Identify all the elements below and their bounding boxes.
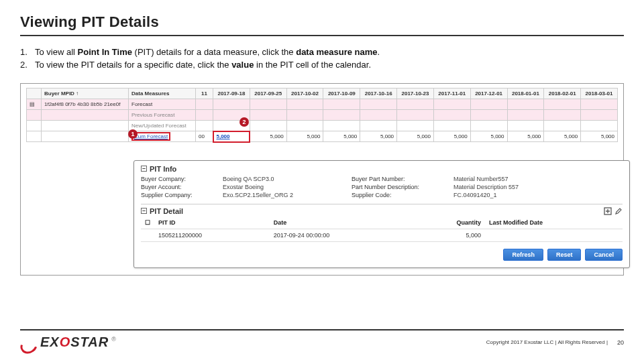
cum-val[interactable]: 5,000: [581, 131, 618, 142]
val-supplier-company: Exo.SCP2.1Seller_ORG 2: [223, 192, 343, 198]
collapse-icon[interactable]: –: [141, 208, 147, 214]
edit-icon[interactable]: [614, 207, 623, 215]
date-header[interactable]: 2017-12-01: [470, 88, 507, 99]
th-date[interactable]: Date: [270, 217, 413, 229]
val-buyer-account: Exostar Boeing: [223, 184, 343, 190]
logo-text-2: STAR: [70, 335, 109, 349]
t: .: [378, 47, 380, 57]
cum-val[interactable]: 5,000: [286, 131, 323, 142]
pit-info-panel: – PIT Info Buyer Company: Boeing QA SCP3…: [133, 160, 630, 268]
table-row[interactable]: 1505211200000 2017-09-24 00:00:00 5,000: [141, 229, 623, 241]
buyer-mpid-header[interactable]: Buyer MPID ↑: [42, 88, 129, 99]
t: (PIT) details for a data measure, click …: [132, 47, 296, 57]
pit-info-header[interactable]: – PIT Info: [141, 165, 623, 173]
registered-icon: ®: [111, 336, 116, 343]
cum-val[interactable]: 5,000: [323, 131, 360, 142]
logo-swoosh-icon: [20, 336, 38, 349]
date-header[interactable]: 2017-09-25: [250, 88, 286, 99]
export-icon[interactable]: [604, 207, 612, 215]
pit-detail-table: ☐ PIT ID Date Quantity Last Modified Dat…: [141, 217, 623, 242]
step-2-num: 2.: [20, 60, 35, 70]
mpid-cell[interactable]: 1f2af4f8 0f7b 4b30 8b5b 21ee0f: [42, 99, 129, 110]
logo-text-o: O: [60, 335, 71, 349]
logo-text-1: EX: [40, 335, 60, 349]
exostar-logo: EXOSTAR ®: [20, 335, 116, 350]
t: To view the PIT details for a specific d…: [35, 60, 231, 70]
date-header[interactable]: 2018-01-01: [507, 88, 544, 99]
measure-prev-forecast[interactable]: Previous Forecast: [129, 110, 196, 121]
step-1-text: To view all Point In Time (PIT) details …: [35, 47, 380, 57]
date-header[interactable]: 2017-11-01: [433, 88, 470, 99]
lbl-supplier-company: Supplier Company:: [141, 192, 215, 198]
lbl-part-desc: Part Number Description:: [352, 184, 445, 190]
cum-val[interactable]: 5,000: [250, 131, 286, 142]
data-measures-header[interactable]: Data Measures: [129, 88, 196, 99]
page-number: 20: [617, 339, 624, 346]
date-header[interactable]: 2017-10-02: [286, 88, 323, 99]
pit-id-cell: 1505211200000: [154, 229, 270, 241]
screenshot-frame: Buyer MPID ↑ Data Measures 11 2017-09-18…: [20, 83, 624, 276]
instructions: 1. To view all Point In Time (PIT) detai…: [20, 47, 624, 70]
cancel-button[interactable]: Cancel: [585, 249, 623, 261]
t: To view all: [35, 47, 78, 57]
date-header[interactable]: 2017-10-23: [397, 88, 434, 99]
callout-marker-2: 2: [239, 117, 249, 127]
row-expand-icon[interactable]: ▤: [27, 99, 42, 110]
val-buyer-part: Material Number557: [453, 176, 623, 182]
col-a-header: 11: [196, 88, 213, 99]
t: Point In Time: [78, 47, 132, 57]
cum-forecast-link[interactable]: Cum Forecast: [134, 133, 168, 139]
cum-val[interactable]: 5,000: [397, 131, 434, 142]
cum-val[interactable]: 5,000: [360, 131, 397, 142]
date-header[interactable]: 2018-03-01: [581, 88, 618, 99]
corner-cell: [27, 88, 42, 99]
th-qty[interactable]: Quantity: [413, 217, 485, 229]
t: in the PIT cell of the calendar.: [254, 60, 371, 70]
collapse-icon[interactable]: –: [141, 166, 147, 172]
step-1-num: 1.: [20, 47, 35, 57]
date-header[interactable]: 2017-10-16: [360, 88, 397, 99]
t: data measure name: [296, 47, 377, 57]
step-2-text: To view the PIT details for a specific d…: [35, 60, 371, 70]
pit-detail-title: PIT Detail: [150, 207, 183, 215]
slide-footer: EXOSTAR ® Copyright 2017 Exostar LLC | A…: [0, 329, 644, 350]
reset-button[interactable]: Reset: [547, 249, 582, 261]
measure-cum-forecast[interactable]: Cum Forecast: [129, 131, 196, 142]
date-header[interactable]: 2018-02-01: [544, 88, 581, 99]
cum-val-highlight[interactable]: 5,000: [213, 131, 250, 142]
calendar-grid: Buyer MPID ↑ Data Measures 11 2017-09-18…: [26, 88, 618, 143]
th-pit-id[interactable]: PIT ID: [154, 217, 270, 229]
date-header[interactable]: 2017-10-09: [323, 88, 360, 99]
val-buyer-company: Boeing QA SCP3.0: [223, 176, 343, 182]
cum-val[interactable]: 5,000: [470, 131, 507, 142]
cum-val[interactable]: 5,000: [433, 131, 470, 142]
refresh-button[interactable]: Refresh: [503, 249, 543, 261]
lbl-buyer-company: Buyer Company:: [141, 176, 215, 182]
lbl-buyer-part: Buyer Part Number:: [352, 176, 445, 182]
page-title: Viewing PIT Details: [20, 13, 624, 36]
date-header[interactable]: 2017-09-18: [213, 88, 250, 99]
pit-mod-cell: [485, 229, 623, 241]
pit-date-cell: 2017-09-24 00:00:00: [270, 229, 413, 241]
checkbox-header[interactable]: ☐: [141, 217, 154, 229]
cum-val[interactable]: 5,000: [544, 131, 581, 142]
val-supplier-code: FC.04091420_1: [453, 192, 623, 198]
lbl-supplier-code: Supplier Code:: [352, 192, 445, 198]
th-mod[interactable]: Last Modified Date: [485, 217, 623, 229]
lbl-buyer-account: Buyer Account:: [141, 184, 215, 190]
cum-c0: 00: [196, 131, 213, 142]
callout-marker-1: 1: [128, 129, 138, 139]
measure-new-forecast[interactable]: New/Updated Forecast: [129, 121, 196, 131]
val-part-desc: Material Description 557: [453, 184, 623, 190]
pit-qty-cell: 5,000: [413, 229, 485, 241]
pit-info-title: PIT Info: [150, 165, 176, 173]
measure-forecast[interactable]: Forecast: [129, 99, 196, 110]
copyright-text: Copyright 2017 Exostar LLC | All Rights …: [486, 339, 608, 345]
cum-val[interactable]: 5,000: [507, 131, 544, 142]
t: value: [231, 60, 254, 70]
